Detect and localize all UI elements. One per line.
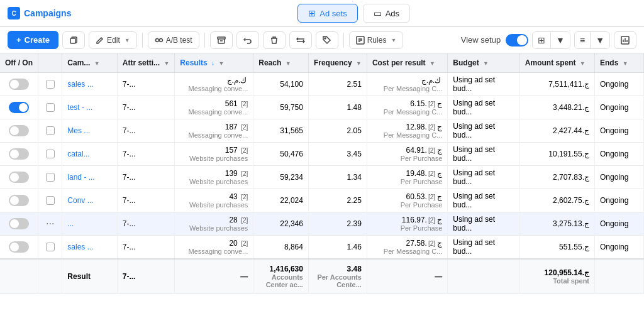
undo-button[interactable] <box>236 31 259 49</box>
col-header-results[interactable]: Results ↓ ▼ <box>175 53 253 73</box>
attr-cell-0: 7-... <box>117 73 175 96</box>
attr-cell-3: 7-... <box>117 143 175 166</box>
undo-icon <box>243 36 252 45</box>
attr-value-1: 7-... <box>123 103 136 112</box>
col-header-amount-spent[interactable]: Amount spent ▼ <box>519 53 594 73</box>
results-badge-3: [2] <box>241 147 248 154</box>
attr-cell-7: 7-... <box>117 236 175 260</box>
results-sub-3: Website purchases <box>180 155 248 162</box>
row-toggle-2[interactable] <box>9 125 29 136</box>
tag-button[interactable] <box>316 31 338 49</box>
row-toggle-5[interactable] <box>9 195 29 206</box>
budget-value-6: Using ad set bud... <box>453 215 495 233</box>
budget-value-1: Using ad set bud... <box>453 99 495 116</box>
delete-button[interactable] <box>263 31 286 49</box>
row-checkbox-2[interactable] <box>46 126 55 135</box>
ads-label: Ads <box>386 9 399 18</box>
table-row: Mes ... 7-... 187 [2] Messaging conve...… <box>0 119 644 143</box>
total-toggle <box>0 259 38 294</box>
row-checkbox-0[interactable] <box>46 80 55 89</box>
tab-adsets[interactable]: ⊞ Ad sets <box>297 4 357 23</box>
row-checkbox-7[interactable] <box>46 243 55 251</box>
total-frequency: 3.48 Per Accounts Cente... <box>308 259 367 294</box>
campaign-link-5[interactable]: Conv ... <box>67 196 93 205</box>
ends-value-4: Ongoing <box>600 173 628 182</box>
amount-dropdown-icon: ▼ <box>580 60 586 67</box>
cpr-badge-4: [2] <box>428 170 435 177</box>
frequency-value-2: 2.05 <box>347 126 362 135</box>
duplicate-button[interactable] <box>62 31 85 49</box>
col-header-budget[interactable]: Budget ▼ <box>448 53 520 73</box>
row-checkbox-4[interactable] <box>46 173 55 182</box>
swap-button[interactable] <box>289 31 312 49</box>
svg-point-1 <box>155 38 158 41</box>
brand: C Campaigns <box>8 7 71 19</box>
row-checkbox-1[interactable] <box>46 103 55 112</box>
rules-button[interactable]: Rules ▼ <box>349 31 404 49</box>
rules-icon <box>356 36 365 45</box>
edit-button[interactable]: Edit ▼ <box>89 31 137 49</box>
breakdown-group: ≡ ▼ <box>574 31 610 49</box>
results-badge-4: [2] <box>241 170 248 177</box>
col-header-checkbox <box>38 53 62 73</box>
tab-ads[interactable]: ▭ Ads <box>363 4 410 23</box>
create-button[interactable]: + Create <box>8 31 58 49</box>
row-checkbox-5[interactable] <box>46 196 55 205</box>
toggle-cell-6 <box>0 212 38 236</box>
svg-point-2 <box>159 38 162 41</box>
view-setup-label: View setup <box>461 35 501 45</box>
attr-cell-6: 7-... <box>117 212 175 236</box>
col-header-frequency[interactable]: Frequency ▼ <box>308 53 367 73</box>
results-sub-1: Messaging conve... <box>180 108 248 116</box>
reach-value-3: 50,476 <box>280 150 303 158</box>
checkbox-cell-1 <box>38 96 62 119</box>
view-setup-toggle[interactable] <box>506 34 528 47</box>
campaign-link-7[interactable]: sales ... <box>67 243 93 251</box>
budget-value-5: Using ad set bud... <box>453 192 495 209</box>
reports-button[interactable] <box>614 31 636 49</box>
row-toggle-0[interactable] <box>9 79 29 90</box>
col-header-attr[interactable]: Attr setti... ▼ <box>117 53 175 73</box>
col-header-ends[interactable]: Ends ▼ <box>595 53 644 73</box>
cpr-sub-2: Per Messaging C... <box>372 131 442 139</box>
toggle-cell-3 <box>0 143 38 166</box>
total-ends <box>595 259 644 294</box>
amount-value-7: 551.55.ﺝ <box>559 243 589 251</box>
ab-test-button[interactable]: A/B test <box>148 31 199 49</box>
campaign-link-6[interactable]: ... <box>67 219 74 228</box>
budget-cell-7: Using ad set bud... <box>448 236 520 260</box>
results-cell-3: 157 [2] Website purchases <box>175 143 253 166</box>
col-header-cost-per-result[interactable]: Cost per result ▼ <box>367 53 447 73</box>
total-results: — <box>175 259 253 294</box>
cpr-sub-3: Per Purchase <box>372 155 442 162</box>
columns-dropdown-button[interactable]: ▼ <box>551 32 570 48</box>
row-toggle-6[interactable] <box>9 218 29 229</box>
row-toggle-1[interactable] <box>9 102 29 113</box>
breakdown-dropdown-button[interactable]: ▼ <box>591 32 609 48</box>
breakdown-icon-button[interactable]: ≡ <box>575 32 591 48</box>
col-header-reach[interactable]: Reach ▼ <box>253 53 309 73</box>
archive-button[interactable] <box>210 31 233 49</box>
row-toggle-3[interactable] <box>9 148 29 160</box>
campaign-link-0[interactable]: sales ... <box>67 80 93 89</box>
cpr-sub-0: Per Messaging C... <box>372 85 442 92</box>
campaign-link-2[interactable]: Mes ... <box>67 126 90 135</box>
frequency-value-7: 1.46 <box>347 243 362 251</box>
attr-cell-1: 7-... <box>117 96 175 119</box>
col-header-campaign[interactable]: Cam... ▼ <box>62 53 117 73</box>
campaign-sort-icon: ▼ <box>94 60 100 67</box>
more-options-button-6[interactable]: ··· <box>43 218 57 229</box>
amount-cell-4: 2,707.83.ﺝ <box>519 166 594 189</box>
campaign-link-4[interactable]: land - ... <box>67 173 94 182</box>
campaign-link-3[interactable]: catal... <box>67 150 89 158</box>
results-sub-4: Website purchases <box>180 178 248 185</box>
row-checkbox-3[interactable] <box>46 150 55 158</box>
amount-cell-0: 7,511,411.ﺝ <box>519 73 594 96</box>
adsets-icon: ⊞ <box>308 8 316 18</box>
amount-cell-6: 3,275.13.ﺝ <box>519 212 594 236</box>
row-toggle-7[interactable] <box>9 241 29 253</box>
campaign-link-1[interactable]: test - ... <box>67 103 92 112</box>
reach-value-2: 31,565 <box>280 126 303 135</box>
columns-icon-button[interactable]: ⊞ <box>533 32 551 48</box>
row-toggle-4[interactable] <box>9 172 29 183</box>
